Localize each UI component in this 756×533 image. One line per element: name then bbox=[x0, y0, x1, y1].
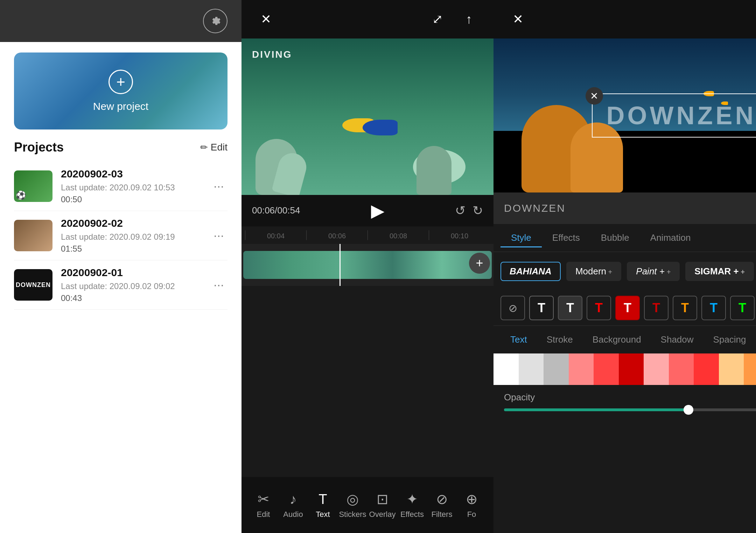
font-paint[interactable]: Paint + bbox=[627, 262, 680, 281]
toolbar-effects[interactable]: ✦ Effects bbox=[398, 491, 426, 519]
left-panel: + New project Projects ✏ Edit 20200902-0… bbox=[0, 0, 241, 533]
no-style-button[interactable]: ⊘ bbox=[500, 296, 525, 320]
project-date-3: Last update: 2020.09.02 09:02 bbox=[61, 281, 202, 291]
text-tool-label: Text bbox=[316, 510, 330, 519]
project-name-1: 20200902-03 bbox=[61, 168, 202, 180]
style-variant-2[interactable]: T bbox=[558, 296, 582, 320]
sub-tab-text[interactable]: Text bbox=[500, 331, 537, 349]
toolbar-stickers[interactable]: ◎ Stickers bbox=[339, 491, 367, 519]
tab-effects[interactable]: Effects bbox=[542, 229, 590, 247]
project-info-2: 20200902-02 Last update: 2020.09.02 09:1… bbox=[61, 217, 202, 254]
text-input-field[interactable] bbox=[504, 202, 756, 214]
color-swatch-pink2[interactable] bbox=[669, 353, 694, 385]
effects-tool-label: Effects bbox=[400, 510, 424, 519]
play-button[interactable]: ▶ bbox=[371, 201, 384, 221]
sub-tab-shadow[interactable]: Shadow bbox=[651, 331, 704, 349]
text-tool-icon: T bbox=[318, 491, 327, 507]
color-swatch-pink1[interactable] bbox=[644, 353, 669, 385]
style-variant-3[interactable]: T bbox=[587, 296, 611, 320]
settings-button[interactable] bbox=[203, 9, 227, 33]
project-more-3[interactable]: ··· bbox=[210, 278, 227, 292]
share-button-mid[interactable]: ↑ bbox=[458, 9, 479, 30]
coral-4 bbox=[416, 146, 451, 195]
edit-label: Edit bbox=[211, 142, 227, 153]
new-project-card[interactable]: + New project bbox=[14, 52, 227, 129]
close-overlay-button[interactable]: ✕ bbox=[586, 87, 603, 105]
style-variant-4[interactable]: T bbox=[615, 296, 640, 320]
font-bahiana[interactable]: BAHIANA bbox=[500, 262, 561, 281]
undo-redo: ↺ ↻ bbox=[455, 203, 483, 218]
style-variant-1[interactable]: T bbox=[529, 296, 554, 320]
toolbar-filters[interactable]: ⊘ Filters bbox=[428, 491, 456, 519]
project-item[interactable]: 20200902-02 Last update: 2020.09.02 09:1… bbox=[14, 211, 227, 260]
project-date-2: Last update: 2020.09.02 09:19 bbox=[61, 232, 202, 242]
style-variant-8[interactable]: T bbox=[730, 296, 755, 320]
diving-label: DIVING bbox=[252, 49, 292, 60]
left-top-bar bbox=[0, 0, 241, 42]
sub-tabs: Text Stroke Background Shadow Spacing Al… bbox=[493, 325, 756, 353]
redo-button[interactable]: ↻ bbox=[472, 203, 483, 218]
timeline-ruler: 00:04 00:06 00:08 00:10 bbox=[241, 226, 493, 244]
tab-bubble[interactable]: Bubble bbox=[590, 229, 640, 247]
color-row bbox=[493, 353, 756, 385]
font-sigmar[interactable]: SIGMAR + bbox=[685, 262, 754, 281]
color-swatch-lightred[interactable] bbox=[569, 353, 594, 385]
tab-style[interactable]: Style bbox=[500, 229, 542, 247]
color-swatch-peach[interactable] bbox=[719, 353, 744, 385]
style-variant-6[interactable]: T bbox=[673, 296, 697, 320]
project-item[interactable]: DOWNZEN 20200902-01 Last update: 2020.09… bbox=[14, 260, 227, 310]
mid-top-bar: ✕ ⤢ ↑ bbox=[241, 0, 493, 38]
color-swatch-gray[interactable] bbox=[544, 353, 569, 385]
right-top-bar: ✕ ⤢ ↑ bbox=[493, 0, 756, 38]
text-overlay-box[interactable]: ✕ DOWNZEN ⤡ bbox=[592, 93, 756, 138]
project-name-3: 20200902-01 bbox=[61, 267, 202, 279]
color-swatch-red2[interactable] bbox=[619, 353, 644, 385]
close-button-mid[interactable]: ✕ bbox=[255, 9, 276, 30]
ruler-marks: 00:04 00:06 00:08 00:10 bbox=[245, 230, 490, 240]
sub-tab-background[interactable]: Background bbox=[583, 331, 651, 349]
style-variants: ⊘ T T T T T T T T bbox=[493, 290, 756, 325]
toolbar-fo[interactable]: ⊕ Fo bbox=[458, 491, 486, 519]
text-input-bar bbox=[493, 192, 756, 224]
toolbar-text[interactable]: T Text bbox=[309, 491, 337, 519]
edit-tool-icon: ✂ bbox=[258, 491, 270, 507]
text-overlay-text: DOWNZEN bbox=[607, 101, 756, 130]
right-spacer bbox=[493, 418, 756, 533]
style-variant-5[interactable]: T bbox=[644, 296, 668, 320]
toolbar-overlay[interactable]: ⊡ Overlay bbox=[369, 491, 397, 519]
opacity-slider-track[interactable] bbox=[504, 408, 756, 411]
tab-animation[interactable]: Animation bbox=[640, 229, 701, 247]
sub-tab-spacing[interactable]: Spacing bbox=[704, 331, 756, 349]
filters-tool-icon: ⊘ bbox=[436, 491, 448, 507]
style-variant-7[interactable]: T bbox=[701, 296, 726, 320]
font-scroll: BAHIANA Modern Paint + SIGMAR + Love + M… bbox=[493, 252, 756, 290]
opacity-slider-thumb[interactable] bbox=[684, 405, 693, 415]
toolbar-edit[interactable]: ✂ Edit bbox=[250, 491, 278, 519]
color-swatch-pink3[interactable] bbox=[694, 353, 719, 385]
timeline-empty-area bbox=[241, 286, 493, 321]
projects-title: Projects bbox=[14, 140, 64, 155]
color-swatch-orange1[interactable] bbox=[744, 353, 756, 385]
time-display: 00:06/00:54 bbox=[252, 205, 300, 216]
toolbar-audio[interactable]: ♪ Audio bbox=[279, 491, 307, 519]
color-swatch-red1[interactable] bbox=[594, 353, 619, 385]
expand-button-mid[interactable]: ⤢ bbox=[427, 9, 448, 30]
fo-tool-icon: ⊕ bbox=[466, 491, 478, 507]
ruler-mark-4: 00:10 bbox=[429, 230, 490, 240]
project-item[interactable]: 20200902-03 Last update: 2020.09.02 10:5… bbox=[14, 162, 227, 211]
font-modern[interactable]: Modern bbox=[566, 262, 621, 281]
close-icon-right: ✕ bbox=[513, 12, 523, 27]
edit-tool-label: Edit bbox=[257, 510, 270, 519]
project-more-2[interactable]: ··· bbox=[210, 228, 227, 243]
project-more-1[interactable]: ··· bbox=[210, 179, 227, 194]
fo-tool-label: Fo bbox=[467, 510, 476, 519]
timeline-track[interactable]: + bbox=[241, 244, 493, 286]
close-button-right[interactable]: ✕ bbox=[507, 9, 528, 30]
color-swatch-white[interactable] bbox=[493, 353, 519, 385]
add-track-button[interactable]: + bbox=[469, 253, 490, 274]
project-date-1: Last update: 2020.09.02 10:53 bbox=[61, 183, 202, 192]
edit-button[interactable]: ✏ Edit bbox=[200, 142, 227, 153]
undo-button[interactable]: ↺ bbox=[455, 203, 465, 218]
color-swatch-lightgray[interactable] bbox=[519, 353, 544, 385]
sub-tab-stroke[interactable]: Stroke bbox=[537, 331, 583, 349]
